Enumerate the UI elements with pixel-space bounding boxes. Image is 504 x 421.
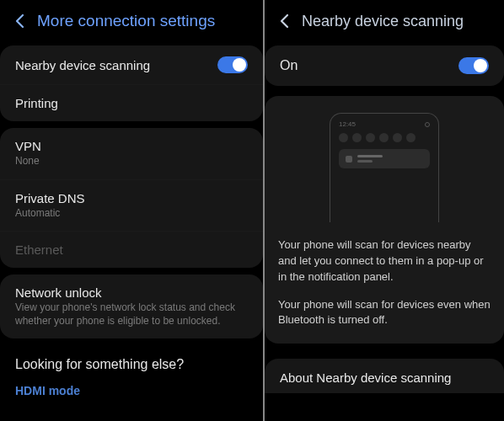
section-network: VPN None Private DNS Automatic Ethernet (0, 128, 263, 268)
row-network-unlock[interactable]: Network unlock View your phone's network… (0, 274, 263, 338)
row-label: Private DNS (15, 191, 85, 205)
mock-time: 12:45 (339, 120, 356, 128)
row-about-nearby-scanning[interactable]: About Nearby device scanning (265, 359, 504, 393)
row-on-toggle[interactable]: On (265, 45, 504, 86)
row-label: Network unlock (15, 285, 248, 300)
row-sub: View your phone's network lock status an… (15, 301, 248, 328)
page-title: More connection settings (37, 12, 215, 30)
row-label: Printing (15, 96, 58, 110)
illustration-card: 12:45 Your phone will scan for devices n… (265, 96, 504, 344)
hdmi-mode-link[interactable]: HDMI mode (0, 376, 263, 409)
mock-quick-toggles (339, 133, 430, 142)
mock-notification (339, 149, 430, 168)
section-network-unlock: Network unlock View your phone's network… (0, 274, 263, 338)
row-vpn[interactable]: VPN None (0, 128, 263, 179)
row-label: Ethernet (15, 242, 63, 257)
desc-paragraph: Your phone will scan for devices even wh… (278, 297, 491, 329)
row-nearby-device-scanning[interactable]: Nearby device scanning (0, 45, 263, 84)
on-label: On (280, 58, 298, 73)
page-title: Nearby device scanning (302, 13, 464, 30)
header: More connection settings (0, 0, 263, 42)
row-sub: None (15, 155, 41, 168)
gear-icon (425, 122, 430, 127)
desc-paragraph: Your phone will scan for devices nearby … (278, 237, 491, 285)
row-label: Nearby device scanning (15, 58, 150, 72)
row-label: VPN (15, 139, 41, 153)
nearby-device-scanning-screen: Nearby device scanning On 12:45 (265, 0, 504, 421)
description-text: Your phone will scan for devices nearby … (278, 237, 491, 328)
section-nearby-printing: Nearby device scanning Printing (0, 45, 263, 121)
header: Nearby device scanning (265, 0, 504, 42)
back-icon[interactable] (10, 12, 29, 30)
row-sub: Automatic (15, 207, 85, 221)
toggle-on[interactable] (458, 57, 489, 74)
back-icon[interactable] (275, 12, 293, 30)
looking-heading: Looking for something else? (0, 342, 263, 376)
more-connection-settings-screen: More connection settings Nearby device s… (0, 0, 263, 421)
row-ethernet: Ethernet (0, 231, 263, 268)
toggle-nearby-scanning[interactable] (217, 56, 248, 73)
row-private-dns[interactable]: Private DNS Automatic (0, 179, 263, 232)
row-printing[interactable]: Printing (0, 84, 263, 121)
phone-mock-icon: 12:45 (330, 113, 439, 222)
